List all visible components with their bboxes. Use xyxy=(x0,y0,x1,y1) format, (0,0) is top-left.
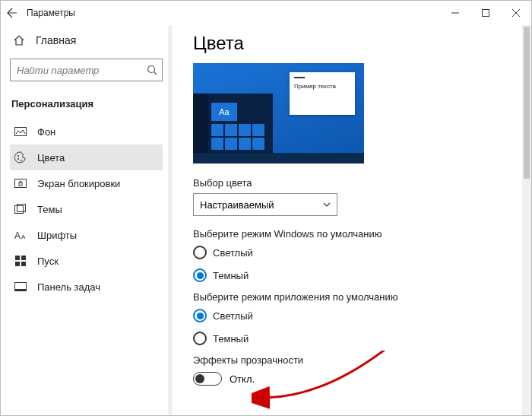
svg-point-7 xyxy=(21,160,22,161)
lockscreen-icon xyxy=(14,177,27,189)
sidebar-item-start[interactable]: Пуск xyxy=(10,248,163,274)
window-controls xyxy=(440,1,531,25)
radio-icon xyxy=(193,268,207,282)
svg-point-6 xyxy=(17,158,19,160)
radio-label: Темный xyxy=(213,333,249,345)
svg-rect-17 xyxy=(21,262,26,266)
search-box[interactable] xyxy=(10,59,163,81)
search-icon xyxy=(147,65,157,75)
maximize-button[interactable] xyxy=(470,1,501,25)
radio-windows-light[interactable]: Светлый xyxy=(193,246,516,259)
chevron-down-icon xyxy=(323,202,331,207)
svg-point-5 xyxy=(17,155,19,157)
svg-rect-16 xyxy=(15,262,20,266)
fonts-icon: AA xyxy=(14,229,27,241)
section-header: Персонализация xyxy=(10,95,163,113)
color-preview: Aa Пример текста xyxy=(193,63,364,164)
svg-rect-1 xyxy=(483,10,489,17)
picture-icon xyxy=(14,125,27,138)
main-scrollbar[interactable] xyxy=(522,25,531,415)
svg-text:A: A xyxy=(21,233,26,240)
sidebar-item-lockscreen[interactable]: Экран блокировки xyxy=(10,170,163,196)
close-button[interactable] xyxy=(501,1,531,25)
windows-mode-label: Выберите режим Windows по умолчанию xyxy=(193,228,516,240)
radio-label: Светлый xyxy=(213,310,253,322)
radio-windows-dark[interactable]: Темный xyxy=(193,268,516,282)
radio-label: Светлый xyxy=(213,247,253,259)
preview-tile-aa: Aa xyxy=(211,103,237,121)
transparency-state: Откл. xyxy=(230,373,255,385)
sidebar-item-label: Экран блокировки xyxy=(37,178,120,189)
svg-rect-14 xyxy=(15,256,20,260)
sidebar-item-label: Пуск xyxy=(37,256,59,267)
color-choice-label: Выбор цвета xyxy=(193,177,516,189)
svg-rect-9 xyxy=(19,183,22,186)
window-title: Параметры xyxy=(27,8,75,18)
color-choice-value: Настраиваемый xyxy=(200,199,274,211)
home-icon xyxy=(13,34,25,46)
svg-rect-15 xyxy=(21,256,26,260)
sidebar-item-background[interactable]: Фон xyxy=(10,119,163,144)
taskbar-icon xyxy=(14,281,27,293)
sidebar-item-label: Темы xyxy=(37,204,62,215)
svg-line-3 xyxy=(154,72,157,75)
transparency-toggle[interactable] xyxy=(193,372,222,386)
radio-label: Темный xyxy=(213,270,249,281)
radio-icon xyxy=(193,332,207,345)
radio-app-light[interactable]: Светлый xyxy=(193,309,516,322)
radio-icon xyxy=(193,309,207,322)
home-label: Главная xyxy=(36,34,76,46)
svg-text:A: A xyxy=(14,230,21,240)
svg-rect-19 xyxy=(15,289,26,291)
themes-icon xyxy=(14,203,27,215)
sidebar-item-label: Фон xyxy=(37,126,55,138)
preview-sample-text: Пример текста xyxy=(294,83,350,90)
radio-icon xyxy=(193,246,207,259)
radio-app-dark[interactable]: Темный xyxy=(193,332,516,345)
sidebar-item-label: Цвета xyxy=(37,152,65,164)
sidebar-item-label: Шрифты xyxy=(37,230,77,241)
palette-icon xyxy=(14,151,27,164)
back-icon[interactable] xyxy=(7,8,17,18)
sidebar-item-themes[interactable]: Темы xyxy=(10,196,163,222)
svg-rect-8 xyxy=(15,179,27,188)
color-choice-select[interactable]: Настраиваемый xyxy=(193,193,337,216)
svg-point-2 xyxy=(148,66,155,73)
main-panel: Цвета Aa Пример текста Выбор цвета Настр… xyxy=(172,25,531,415)
minimize-button[interactable] xyxy=(440,1,470,25)
svg-rect-4 xyxy=(15,128,27,136)
titlebar: Параметры xyxy=(1,1,531,25)
sidebar: Главная Персонализация Фон Цвета Экран б… xyxy=(1,25,172,415)
page-title: Цвета xyxy=(193,33,516,54)
search-input[interactable] xyxy=(17,65,141,76)
transparency-label: Эффекты прозрачности xyxy=(193,354,516,366)
sidebar-item-colors[interactable]: Цвета xyxy=(10,144,163,170)
home-button[interactable]: Главная xyxy=(10,30,163,51)
sidebar-item-taskbar[interactable]: Панель задач xyxy=(10,274,163,300)
start-icon xyxy=(14,255,27,267)
app-mode-label: Выберите режим приложения по умолчанию xyxy=(193,291,516,303)
sidebar-item-label: Панель задач xyxy=(37,281,100,293)
sidebar-item-fonts[interactable]: AA Шрифты xyxy=(10,222,163,248)
